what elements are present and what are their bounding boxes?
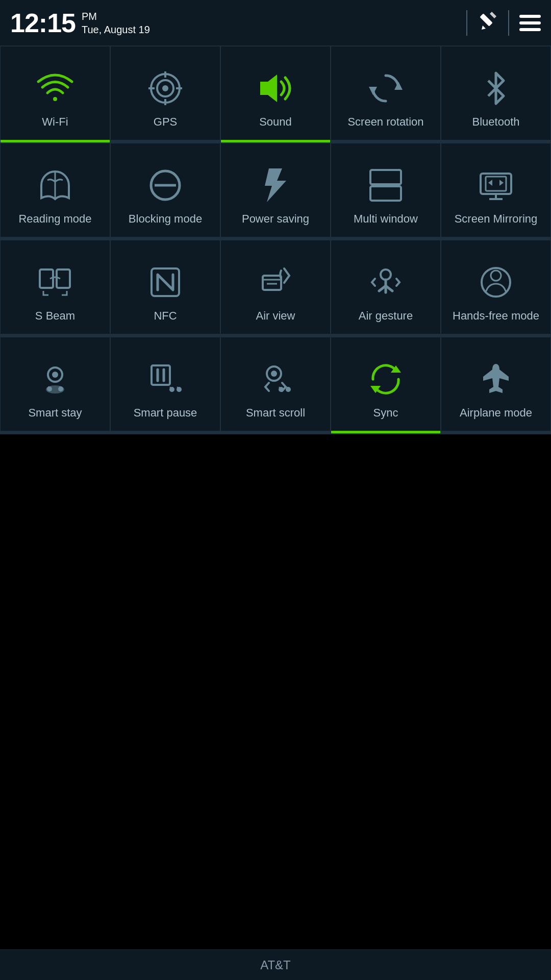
stylus-icon (478, 10, 498, 35)
tile-blockingmode[interactable]: Blocking mode (110, 143, 220, 240)
divider1 (466, 10, 467, 36)
clock: 12:15 (10, 8, 76, 38)
tile-smartpause[interactable]: Smart pause (110, 337, 220, 434)
sync-icon (365, 359, 406, 400)
sound-icon (255, 68, 296, 109)
readingmode-icon (35, 165, 76, 206)
carrier-bar: AT&T (0, 949, 551, 980)
tile-sound[interactable]: Sound (220, 46, 331, 143)
tile-wifi[interactable]: Wi-Fi (0, 46, 110, 143)
blockingmode-icon (145, 165, 186, 206)
airplanemode-label: Airplane mode (460, 406, 532, 421)
readingmode-label: Reading mode (18, 212, 91, 227)
svg-point-29 (381, 270, 391, 280)
tile-smartscroll[interactable]: Smart scroll (220, 337, 331, 434)
screenrot-icon (365, 68, 406, 109)
gps-bar (111, 140, 220, 142)
tile-nfc[interactable]: NFC (110, 240, 220, 337)
blockingmode-bar (111, 237, 220, 239)
bluetooth-bar (441, 140, 550, 142)
smartstay-bar (1, 431, 110, 433)
nfc-bar (111, 334, 220, 336)
screenmirror-bar (441, 237, 550, 239)
gps-icon (145, 68, 186, 109)
svg-marker-12 (369, 87, 377, 95)
svg-marker-11 (394, 82, 403, 90)
tile-gps[interactable]: GPS (110, 46, 220, 143)
blockingmode-label: Blocking mode (129, 212, 202, 227)
divider2 (508, 10, 509, 36)
tile-screenmirror[interactable]: Screen Mirroring (441, 143, 551, 240)
screenmirror-icon (475, 165, 516, 206)
wifi-icon (35, 68, 76, 109)
screenrot-label: Screen rotation (347, 115, 423, 130)
handsfree-icon (475, 262, 516, 303)
airview-icon (255, 262, 296, 303)
status-icons (466, 10, 541, 36)
sound-bar (221, 140, 330, 142)
smartscroll-label: Smart scroll (246, 406, 305, 421)
menu-icon[interactable] (519, 15, 541, 31)
tile-airview[interactable]: Air view (220, 240, 331, 337)
nfc-icon (145, 262, 186, 303)
tile-sbeam[interactable]: S Beam (0, 240, 110, 337)
airgesture-bar (331, 334, 440, 336)
multiwindow-label: Multi window (354, 212, 418, 227)
smartscroll-bar (221, 431, 330, 433)
svg-rect-39 (152, 365, 170, 385)
date: Tue, August 19 (82, 23, 150, 36)
sync-bar (331, 431, 440, 433)
powersaving-bar (221, 237, 330, 239)
tile-airplanemode[interactable]: Airplane mode (441, 337, 551, 434)
bluetooth-label: Bluetooth (472, 115, 520, 130)
carrier-label: AT&T (260, 958, 291, 972)
airgesture-icon (365, 262, 406, 303)
svg-rect-1 (480, 13, 492, 26)
screenmirror-label: Screen Mirroring (455, 212, 538, 227)
ampm: PM (82, 10, 150, 23)
tile-sync[interactable]: Sync (331, 337, 441, 434)
powersaving-icon (255, 165, 296, 206)
multiwindow-icon (365, 165, 406, 206)
tile-smartstay[interactable]: Smart stay (0, 337, 110, 434)
wifi-bar (1, 140, 110, 142)
tile-handsfree[interactable]: Hands-free mode (441, 240, 551, 337)
nfc-label: NFC (154, 309, 177, 324)
svg-rect-17 (370, 186, 401, 201)
powersaving-label: Power saving (242, 212, 309, 227)
status-bar: 12:15 PM Tue, August 19 (0, 0, 551, 46)
tile-multiwindow[interactable]: Multi window (331, 143, 441, 240)
readingmode-bar (1, 237, 110, 239)
tile-screenrot[interactable]: Screen rotation (331, 46, 441, 143)
airplanemode-bar (441, 431, 550, 433)
smartpause-bar (111, 431, 220, 433)
main-area (0, 434, 551, 950)
tile-bluetooth[interactable]: Bluetooth (441, 46, 551, 143)
airplanemode-icon (475, 359, 516, 400)
svg-marker-0 (482, 26, 486, 30)
sbeam-icon (35, 262, 76, 303)
bluetooth-icon (475, 68, 516, 109)
airgesture-label: Air gesture (359, 309, 413, 324)
svg-marker-2 (490, 12, 496, 18)
airview-bar (221, 334, 330, 336)
gps-label: GPS (154, 115, 177, 130)
wifi-label: Wi-Fi (42, 115, 68, 130)
tile-readingmode[interactable]: Reading mode (0, 143, 110, 240)
svg-marker-10 (260, 75, 277, 102)
airview-label: Air view (256, 309, 295, 324)
handsfree-label: Hands-free mode (453, 309, 539, 324)
sbeam-bar (1, 334, 110, 336)
handsfree-bar (441, 334, 550, 336)
tile-airgesture[interactable]: Air gesture (331, 240, 441, 337)
multiwindow-bar (331, 237, 440, 239)
svg-point-47 (271, 371, 277, 377)
svg-rect-19 (486, 177, 506, 191)
smartstay-icon (35, 359, 76, 400)
smartpause-icon (145, 359, 186, 400)
svg-rect-16 (370, 170, 401, 184)
svg-point-5 (162, 85, 168, 91)
smartpause-label: Smart pause (134, 406, 197, 421)
tile-powersaving[interactable]: Power saving (220, 143, 331, 240)
sync-label: Sync (373, 406, 398, 421)
